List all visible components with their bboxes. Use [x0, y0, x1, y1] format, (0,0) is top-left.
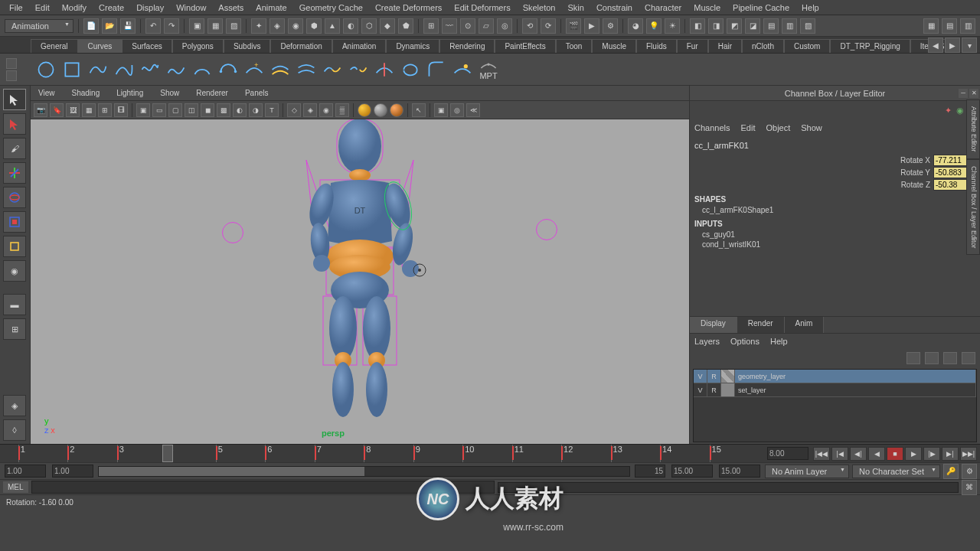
- select-obj-icon[interactable]: ▦: [207, 18, 223, 34]
- vp-menu-shading[interactable]: Shading: [67, 88, 105, 98]
- vp-sphere1-icon[interactable]: [358, 103, 371, 117]
- vp-xray-icon[interactable]: ◈: [303, 103, 317, 117]
- vp-cube-icon[interactable]: ▣: [434, 103, 448, 117]
- shelf-tab-polygons[interactable]: Polygons: [172, 39, 224, 53]
- vp-share-icon[interactable]: ≪: [466, 103, 480, 117]
- shelf-tab-dttrp[interactable]: DT_TRP_Rigging: [830, 39, 910, 53]
- layer-tab-render[interactable]: Render: [737, 317, 785, 333]
- script-lang-button[interactable]: MEL: [3, 481, 28, 493]
- shelf-edit-icon[interactable]: [6, 58, 17, 69]
- menu-skeleton[interactable]: Skeleton: [517, 2, 562, 14]
- vp-sphere3-icon[interactable]: [390, 103, 403, 117]
- detach-curve-icon[interactable]: [348, 59, 369, 80]
- soft-tool-icon[interactable]: ◉: [3, 260, 26, 282]
- shelf-tab-rendering[interactable]: Rendering: [439, 39, 495, 53]
- shelf-tab-muscle[interactable]: Muscle: [592, 39, 636, 53]
- vp-image-icon[interactable]: 🖼: [66, 103, 80, 117]
- select-tool-icon[interactable]: [3, 89, 26, 110]
- vp-bookmark-icon[interactable]: 🔖: [50, 103, 64, 117]
- stepfwd-icon[interactable]: ▶|: [942, 447, 959, 461]
- forward-icon[interactable]: ▶▶|: [960, 447, 977, 461]
- menu-character[interactable]: Character: [639, 2, 688, 14]
- stepback-icon[interactable]: |◀: [831, 447, 848, 461]
- shelf-tab-toon[interactable]: Toon: [556, 39, 593, 53]
- vp-shade-icon[interactable]: ◼: [201, 103, 214, 117]
- mask9-icon[interactable]: ⬟: [398, 18, 413, 34]
- layer-col-0[interactable]: [721, 370, 735, 383]
- lasso-tool-icon[interactable]: [3, 113, 26, 135]
- layout3-icon[interactable]: ▥: [960, 18, 975, 34]
- arc-curve-icon[interactable]: [191, 59, 213, 80]
- save-scene-icon[interactable]: 💾: [120, 18, 136, 34]
- vp-menu-lighting[interactable]: Lighting: [112, 88, 148, 98]
- selected-object-name[interactable]: cc_l_armFK01: [694, 141, 975, 150]
- tool-g-icon[interactable]: ▧: [800, 18, 815, 34]
- mask5-icon[interactable]: ▲: [325, 18, 340, 34]
- vp-grid-icon[interactable]: ⊞: [98, 103, 112, 117]
- menu-muscle[interactable]: Muscle: [688, 2, 727, 14]
- vp-tex-icon[interactable]: ▩: [217, 103, 230, 117]
- shelf-tab-ncloth[interactable]: nCloth: [742, 39, 784, 53]
- cb-menu-channels[interactable]: Channels: [694, 123, 730, 132]
- vp-expose-icon[interactable]: ◎: [450, 103, 464, 117]
- time-slider[interactable]: 1 2 3 4 5 6 7 8 9 10 11 12 13 14 15 |◀◀ …: [0, 444, 980, 462]
- tool-c-icon[interactable]: ◩: [727, 18, 742, 34]
- layout-b-icon[interactable]: ◊: [3, 419, 26, 441]
- insert-curve-icon[interactable]: [270, 59, 291, 80]
- menu-animate[interactable]: Animate: [250, 2, 292, 14]
- menu-modify[interactable]: Modify: [56, 2, 93, 14]
- layer-col-1[interactable]: [721, 383, 735, 396]
- vp-menu-show[interactable]: Show: [155, 88, 184, 98]
- mask8-icon[interactable]: ◆: [380, 18, 395, 34]
- range-instart-field[interactable]: [52, 465, 93, 478]
- layout2-icon[interactable]: ▤: [942, 18, 957, 34]
- anim-layer-dropdown[interactable]: No Anim Layer: [765, 465, 849, 478]
- playback-icon[interactable]: ◀: [868, 447, 885, 461]
- vp-shadow-icon[interactable]: ◑: [249, 103, 263, 117]
- shelf-tab-custom[interactable]: Custom: [784, 39, 830, 53]
- mpt-icon[interactable]: MPT: [478, 59, 499, 80]
- shelf-tab-curves[interactable]: Curves: [78, 39, 122, 53]
- hist-on-icon[interactable]: ⟲: [522, 18, 537, 34]
- fillet-curve-icon[interactable]: [426, 59, 447, 80]
- tool-b-icon[interactable]: ◨: [708, 18, 724, 34]
- rig-ctrl-right[interactable]: [536, 219, 557, 240]
- snap-live-icon[interactable]: ◎: [497, 18, 512, 34]
- vp-gate-icon[interactable]: ▣: [136, 103, 150, 117]
- layout-a-icon[interactable]: ◈: [3, 395, 26, 416]
- keyfwd-icon[interactable]: |▶: [923, 447, 940, 461]
- menu-help[interactable]: Help: [795, 2, 825, 14]
- shelf-prev-icon[interactable]: ◀: [928, 37, 943, 53]
- layout1-icon[interactable]: ▦: [923, 18, 939, 34]
- light2-icon[interactable]: ☀: [665, 18, 680, 34]
- side-tab-attr[interactable]: Attribute Editor: [966, 99, 980, 159]
- cb-menu-edit[interactable]: Edit: [740, 123, 755, 132]
- mode-dropdown[interactable]: Animation: [5, 19, 74, 33]
- menu-createdef[interactable]: Create Deformers: [369, 2, 448, 14]
- tool-d-icon[interactable]: ◪: [745, 18, 760, 34]
- vp-light-icon[interactable]: ◐: [233, 103, 247, 117]
- mask7-icon[interactable]: ⬡: [361, 18, 377, 34]
- vp-res-icon[interactable]: ▭: [152, 103, 166, 117]
- cut-curve-icon[interactable]: [374, 59, 395, 80]
- arc3-curve-icon[interactable]: [217, 59, 239, 80]
- layer-menu-help[interactable]: Help: [770, 337, 788, 346]
- shelf-tab-surfaces[interactable]: Surfaces: [122, 39, 172, 53]
- mask6-icon[interactable]: ◐: [343, 18, 358, 34]
- square-curve-icon[interactable]: [61, 59, 83, 80]
- tool-e-icon[interactable]: ▤: [763, 18, 779, 34]
- shelf-tab-hair[interactable]: Hair: [708, 39, 742, 53]
- tool-f-icon[interactable]: ▥: [782, 18, 797, 34]
- layer-ref-1[interactable]: R: [707, 383, 721, 396]
- vp-wire-icon[interactable]: ◫: [185, 103, 198, 117]
- shelf-tab-deformation[interactable]: Deformation: [270, 39, 332, 53]
- menu-assets[interactable]: Assets: [212, 2, 250, 14]
- sphere-icon[interactable]: ◉: [956, 106, 964, 116]
- menu-editdef[interactable]: Edit Deformers: [448, 2, 516, 14]
- range-inend-field[interactable]: [635, 465, 665, 478]
- menu-display[interactable]: Display: [130, 2, 170, 14]
- snap-point-icon[interactable]: ⊙: [460, 18, 475, 34]
- command-input[interactable]: [31, 481, 495, 494]
- cv-curve-icon[interactable]: [87, 59, 109, 80]
- vp-iso-icon[interactable]: ◇: [287, 103, 301, 117]
